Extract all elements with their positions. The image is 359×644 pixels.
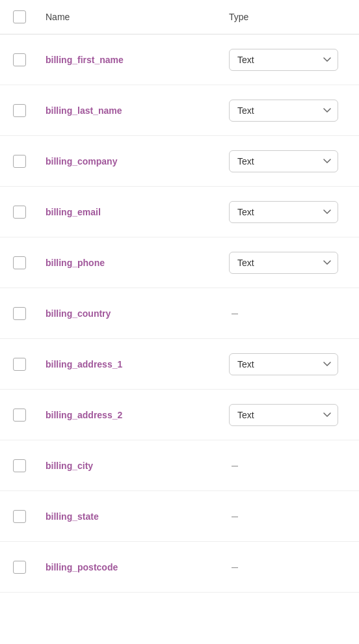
row-type-billing_first_name[interactable]: TextNumberDateBoolean <box>229 49 346 71</box>
row-type-billing_address_1[interactable]: TextNumberDateBoolean <box>229 353 346 375</box>
row-type-billing_email[interactable]: TextNumberDateBoolean <box>229 201 346 223</box>
type-select-billing_phone[interactable]: TextNumberDateBoolean <box>229 252 338 274</box>
row-checkbox-billing_first_name[interactable] <box>13 53 26 66</box>
row-checkbox-billing_city[interactable] <box>13 459 26 472</box>
table-row: billing_last_nameTextNumberDateBoolean <box>0 85 359 136</box>
select-all-checkbox[interactable] <box>13 10 26 23</box>
type-select-billing_first_name[interactable]: TextNumberDateBoolean <box>229 49 338 71</box>
table-body: billing_first_nameTextNumberDateBooleanb… <box>0 34 359 593</box>
type-dash-billing_city: – <box>229 459 238 472</box>
row-type-billing_last_name[interactable]: TextNumberDateBoolean <box>229 100 346 122</box>
row-name-billing_address_2: billing_address_2 <box>46 410 229 420</box>
type-select-billing_company[interactable]: TextNumberDateBoolean <box>229 150 338 172</box>
row-checkbox-billing_phone[interactable] <box>13 256 26 269</box>
row-type-billing_country: – <box>229 306 346 320</box>
row-name-billing_address_1: billing_address_1 <box>46 359 229 369</box>
type-column-header: Type <box>229 12 346 22</box>
row-checkbox-billing_last_name[interactable] <box>13 104 26 117</box>
table-row: billing_address_1TextNumberDateBoolean <box>0 339 359 390</box>
table-row: billing_phoneTextNumberDateBoolean <box>0 237 359 288</box>
row-checkbox-billing_email[interactable] <box>13 206 26 219</box>
table-header: Name Type <box>0 0 359 34</box>
type-select-billing_last_name[interactable]: TextNumberDateBoolean <box>229 100 338 122</box>
table-row: billing_emailTextNumberDateBoolean <box>0 187 359 237</box>
table-row: billing_first_nameTextNumberDateBoolean <box>0 34 359 85</box>
row-type-billing_company[interactable]: TextNumberDateBoolean <box>229 150 346 172</box>
table-row: billing_postcode– <box>0 542 359 593</box>
row-type-billing_city: – <box>229 459 346 472</box>
row-checkbox-billing_address_1[interactable] <box>13 358 26 371</box>
row-name-billing_state: billing_state <box>46 511 229 522</box>
type-dash-billing_state: – <box>229 509 238 522</box>
type-select-billing_email[interactable]: TextNumberDateBoolean <box>229 201 338 223</box>
table-row: billing_country– <box>0 288 359 339</box>
row-checkbox-billing_postcode[interactable] <box>13 561 26 574</box>
name-column-header: Name <box>46 12 229 22</box>
row-checkbox-billing_address_2[interactable] <box>13 409 26 422</box>
row-name-billing_email: billing_email <box>46 207 229 217</box>
row-name-billing_city: billing_city <box>46 461 229 471</box>
row-type-billing_state: – <box>229 509 346 523</box>
table-row: billing_address_2TextNumberDateBoolean <box>0 390 359 440</box>
row-name-billing_last_name: billing_last_name <box>46 105 229 116</box>
type-dash-billing_postcode: – <box>229 560 238 573</box>
type-select-billing_address_2[interactable]: TextNumberDateBoolean <box>229 404 338 426</box>
type-dash-billing_country: – <box>229 306 238 319</box>
row-name-billing_company: billing_company <box>46 156 229 167</box>
table-row: billing_city– <box>0 440 359 491</box>
row-checkbox-billing_state[interactable] <box>13 510 26 523</box>
table-row: billing_state– <box>0 491 359 542</box>
row-checkbox-billing_country[interactable] <box>13 307 26 320</box>
row-name-billing_phone: billing_phone <box>46 258 229 268</box>
table-row: billing_companyTextNumberDateBoolean <box>0 136 359 187</box>
type-select-billing_address_1[interactable]: TextNumberDateBoolean <box>229 353 338 375</box>
row-type-billing_address_2[interactable]: TextNumberDateBoolean <box>229 404 346 426</box>
row-name-billing_first_name: billing_first_name <box>46 55 229 65</box>
field-mapping-table: Name Type billing_first_nameTextNumberDa… <box>0 0 359 593</box>
row-name-billing_postcode: billing_postcode <box>46 562 229 572</box>
row-checkbox-billing_company[interactable] <box>13 155 26 168</box>
row-type-billing_phone[interactable]: TextNumberDateBoolean <box>229 252 346 274</box>
row-type-billing_postcode: – <box>229 560 346 574</box>
row-name-billing_country: billing_country <box>46 308 229 319</box>
